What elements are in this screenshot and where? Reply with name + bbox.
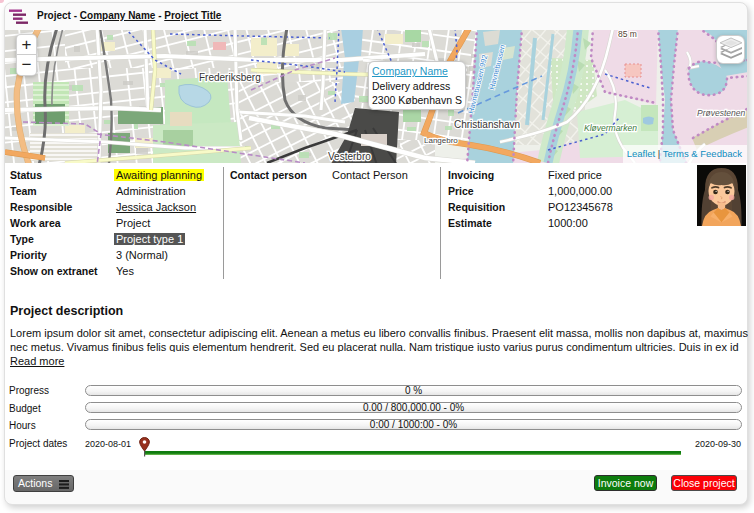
svg-text:Prøvestenen: Prøvestenen: [697, 108, 745, 118]
svg-text:Christianshavn: Christianshavn: [454, 119, 520, 130]
svg-text:Vesterbro: Vesterbro: [328, 151, 371, 162]
svg-text:Kløvermarken: Kløvermarken: [584, 123, 637, 133]
svg-text:Frederiksberg: Frederiksberg: [199, 72, 261, 83]
svg-text:85 m: 85 m: [618, 30, 637, 39]
svg-text:Langebro: Langebro: [424, 136, 458, 145]
